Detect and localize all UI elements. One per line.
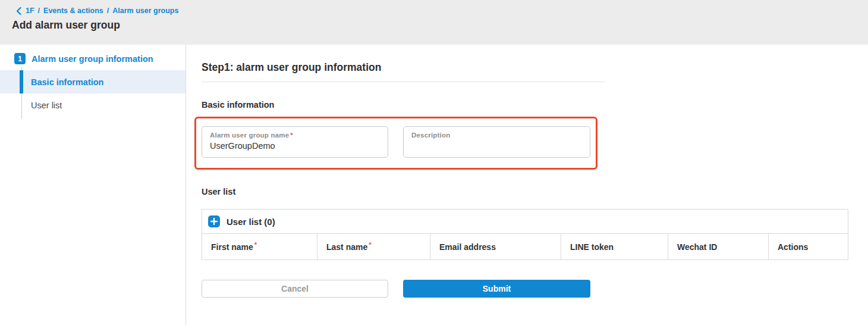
column-header-last-name: Last name* <box>317 234 430 260</box>
sidebar-subnav: Basic information User list <box>0 70 185 117</box>
column-header-line-token: LINE token <box>561 234 668 260</box>
page-title: Add alarm user group <box>0 15 868 32</box>
main-panel: Step1: alarm user group information Basi… <box>186 45 868 325</box>
column-label: Last name <box>326 242 367 252</box>
field-label-text: Description <box>411 132 450 139</box>
breadcrumb: 1F / Events & actions / Alarm user group… <box>0 0 868 15</box>
step-number-badge: 1 <box>14 53 26 64</box>
user-list-panel-header: User list (0) <box>202 210 848 233</box>
add-user-button[interactable] <box>208 215 220 227</box>
field-label: Alarm user group name* <box>210 132 380 139</box>
breadcrumb-separator: / <box>38 7 40 15</box>
user-table-header-row: First name* Last name* Email address LIN… <box>202 233 848 260</box>
content-area: 1 Alarm user group information Basic inf… <box>0 45 868 325</box>
title-divider <box>202 82 605 82</box>
field-label: Description <box>411 132 582 139</box>
column-label: First name <box>211 242 253 252</box>
column-label: LINE token <box>570 242 614 252</box>
chevron-left-icon[interactable] <box>16 7 21 15</box>
sidebar-step-label: Alarm user group information <box>32 54 153 64</box>
form-actions: Cancel Submit <box>202 280 868 298</box>
user-list-panel: User list (0) First name* Last name* Ema… <box>202 209 848 260</box>
breadcrumb-item-alarm-user-groups[interactable]: Alarm user groups <box>112 7 178 15</box>
breadcrumb-separator: / <box>107 7 109 15</box>
page-header: 1F / Events & actions / Alarm user group… <box>0 0 868 45</box>
step-title: Step1: alarm user group information <box>202 61 868 74</box>
column-header-wechat-id: Wechat ID <box>668 234 769 260</box>
required-marker: * <box>369 241 371 248</box>
user-list-panel-title: User list (0) <box>227 217 275 227</box>
basic-information-heading: Basic information <box>202 100 868 110</box>
column-header-actions: Actions <box>769 234 848 260</box>
breadcrumb-item-floor[interactable]: 1F <box>26 7 34 15</box>
active-indicator <box>20 70 23 93</box>
column-label: Actions <box>778 242 808 252</box>
sidebar-item-label: Basic information <box>31 77 103 87</box>
sidebar-step-1[interactable]: 1 Alarm user group information <box>0 45 185 64</box>
submit-button[interactable]: Submit <box>403 280 590 298</box>
column-label: Wechat ID <box>677 242 717 252</box>
alarm-user-group-name-field[interactable]: Alarm user group name* UserGroupDemo <box>202 126 388 158</box>
breadcrumb-item-events-actions[interactable]: Events & actions <box>43 7 103 15</box>
cancel-button[interactable]: Cancel <box>202 280 388 298</box>
description-field[interactable]: Description <box>403 126 590 158</box>
alarm-user-group-name-value: UserGroupDemo <box>210 141 380 151</box>
required-marker: * <box>290 132 293 139</box>
sidebar-item-user-list[interactable]: User list <box>0 93 185 117</box>
column-header-first-name: First name* <box>202 234 317 260</box>
column-label: Email address <box>439 242 496 252</box>
user-list-heading: User list <box>202 187 868 196</box>
column-header-email-address: Email address <box>430 234 561 260</box>
sidebar-item-label: User list <box>31 101 62 110</box>
plus-icon <box>210 218 218 225</box>
annotation-highlight-box: Alarm user group name* UserGroupDemo Des… <box>194 117 597 170</box>
sidebar-item-basic-information[interactable]: Basic information <box>0 70 185 93</box>
step-sidebar: 1 Alarm user group information Basic inf… <box>0 45 186 325</box>
field-label-text: Alarm user group name <box>210 132 289 139</box>
required-marker: * <box>254 241 257 248</box>
